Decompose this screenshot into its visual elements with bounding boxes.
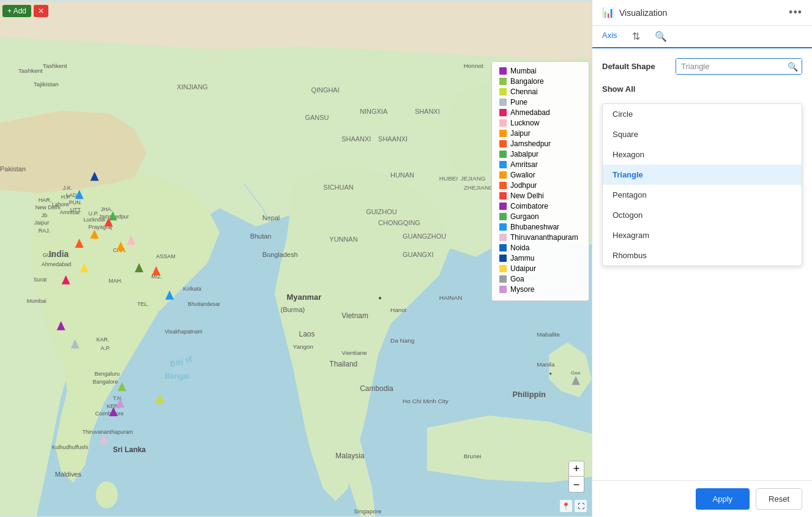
svg-text:GUJ.: GUJ. (43, 252, 55, 258)
svg-text:Bengal: Bengal (165, 371, 189, 381)
svg-text:Laos: Laos (299, 330, 315, 338)
legend-item: Pune (499, 98, 581, 106)
pin-icon[interactable]: 📍 (560, 500, 572, 512)
svg-text:J.K.: J.K. (63, 185, 72, 191)
svg-text:GUANGZHOU: GUANGZHOU (403, 232, 446, 240)
svg-text:Philippin: Philippin (512, 390, 546, 399)
legend-item: Jaipur (499, 129, 581, 138)
svg-text:●: ● (378, 294, 382, 301)
svg-text:Ahmedabad: Ahmedabad (42, 261, 71, 267)
svg-text:JHA.: JHA. (100, 206, 112, 212)
svg-text:Tashkent: Tashkent (18, 67, 43, 74)
legend-item: Gwalior (499, 171, 581, 179)
legend-item-label: Jammu (510, 254, 534, 262)
shape-item-hexagon[interactable]: Hexagon (603, 144, 802, 165)
svg-text:Vietnam: Vietnam (341, 311, 368, 320)
add-button[interactable]: + Add (2, 5, 31, 17)
shape-item-triangle[interactable]: Triangle (603, 165, 802, 185)
svg-text:SICHUAN: SICHUAN (323, 184, 353, 191)
svg-text:Kulhudhuffushi: Kulhudhuffushi (52, 444, 88, 450)
svg-text:Maldives: Maldives (55, 471, 82, 478)
reset-button[interactable]: Reset (756, 488, 802, 510)
svg-text:Pakistan: Pakistan (0, 165, 26, 173)
shape-item-rhombus[interactable]: Rhombus (603, 245, 802, 266)
svg-text:Bengaluru: Bengaluru (95, 371, 120, 377)
map-bottom-icons: 📍 ⛶ (560, 500, 587, 512)
svg-text:TEL.: TEL. (137, 301, 149, 307)
svg-text:HUBEI: HUBEI (439, 175, 458, 182)
tab-sort[interactable]: ⇅ (632, 26, 640, 47)
legend-color-swatch (499, 286, 507, 293)
shape-search-input[interactable] (676, 59, 802, 74)
svg-text:Sri Lanka: Sri Lanka (113, 445, 146, 454)
shape-item-pentagon[interactable]: Pentagon (603, 185, 802, 205)
legend-color-swatch (499, 130, 507, 137)
close-button[interactable]: ✕ (34, 5, 48, 17)
legend-item-label: Jodhpur (510, 181, 537, 190)
legend-item: Noida (499, 244, 581, 252)
svg-text:HAR.: HAR. (39, 197, 51, 203)
legend-item: Chennai (499, 87, 581, 96)
panel-more-button[interactable]: ••• (789, 6, 802, 19)
svg-text:Tajikistan: Tajikistan (34, 81, 59, 87)
svg-text:A.P.: A.P. (100, 345, 110, 351)
legend-item: Gurgaon (499, 212, 581, 221)
svg-text:Kolkata: Kolkata (183, 286, 201, 292)
svg-text:Visakhapatnam: Visakhapatnam (165, 329, 203, 335)
chart-icon: 📊 (602, 7, 614, 18)
apply-button[interactable]: Apply (696, 488, 750, 510)
fullscreen-icon[interactable]: ⛶ (575, 500, 587, 512)
shape-item-hexagram[interactable]: Hexagram (603, 225, 802, 245)
legend-item: Coimbatore (499, 202, 581, 210)
panel-footer: Apply Reset (592, 480, 812, 517)
legend-item-label: Jabalpur (510, 150, 538, 158)
svg-text:Singapore: Singapore (354, 508, 382, 515)
shape-search-container[interactable]: 🔍 (676, 58, 802, 75)
svg-text:Lahore: Lahore (52, 201, 69, 207)
zoom-controls: + − (568, 461, 584, 493)
legend-color-swatch (499, 203, 507, 210)
show-all-row: Show All (602, 84, 802, 94)
svg-text:Mumbai: Mumbai (27, 298, 47, 304)
legend-item: Udaipur (499, 264, 581, 273)
svg-text:QINGHAI: QINGHAI (311, 86, 339, 94)
svg-text:Mabalite: Mabalite (537, 331, 560, 338)
legend-color-swatch (499, 244, 507, 251)
svg-text:Tashkent: Tashkent (43, 62, 67, 69)
legend-item: Jamshedpur (499, 139, 581, 148)
svg-text:Myanmar: Myanmar (287, 292, 322, 302)
legend-color-swatch (499, 78, 507, 85)
svg-text:●: ● (549, 371, 552, 376)
legend-color-swatch (499, 88, 507, 95)
panel-header: 📊 Visualization ••• (592, 0, 812, 26)
legend-color-swatch (499, 234, 507, 241)
svg-text:Bangladesh: Bangladesh (263, 251, 298, 258)
svg-text:GUANGXI: GUANGXI (403, 251, 434, 258)
show-all-label: Show All (602, 84, 676, 94)
svg-text:PUN.: PUN. (69, 199, 82, 206)
shape-item-circle[interactable]: Circle (603, 104, 802, 124)
legend-color-swatch (499, 265, 507, 272)
svg-text:ZHEJIANG: ZHEJIANG (464, 184, 494, 191)
shape-item-octogon[interactable]: Octogon (603, 205, 802, 225)
zoom-out-button[interactable]: − (568, 477, 584, 493)
svg-text:Nepal: Nepal (263, 214, 280, 221)
legend-color-swatch (499, 275, 507, 283)
zoom-in-button[interactable]: + (568, 461, 584, 477)
tab-search[interactable]: 🔍 (655, 26, 667, 47)
svg-text:Cambodia: Cambodia (360, 384, 393, 393)
legend-item: Jabalpur (499, 150, 581, 158)
default-shape-row: Default Shape 🔍 (602, 58, 802, 75)
tab-axis[interactable]: Axis (602, 26, 617, 47)
legend-item-label: Udaipur (510, 264, 536, 273)
svg-text:Honnot: Honnot (464, 62, 483, 69)
legend-color-swatch (499, 255, 507, 262)
legend-item: Goa (499, 275, 581, 283)
svg-text:NINGXIA: NINGXIA (360, 108, 388, 115)
legend-item: Mumbai (499, 67, 581, 75)
svg-text:Hanoi: Hanoi (390, 307, 406, 313)
svg-text:Thiruvananthapuram: Thiruvananthapuram (83, 429, 133, 435)
legend-color-swatch (499, 99, 507, 106)
shape-item-square[interactable]: Square (603, 124, 802, 144)
svg-text:HUNAN: HUNAN (390, 171, 414, 179)
